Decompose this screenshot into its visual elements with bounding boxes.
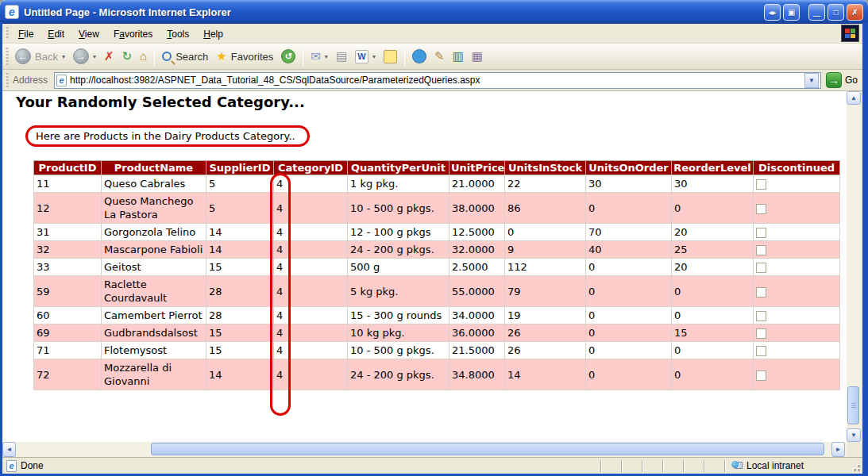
research-button[interactable]: ✎	[430, 48, 449, 65]
mail-button[interactable]: ✉▾	[307, 48, 332, 65]
table-cell: 112	[505, 259, 586, 276]
notes-icon	[384, 50, 397, 63]
table-cell: 12.5000	[449, 224, 505, 241]
discontinued-checkbox[interactable]	[756, 245, 766, 255]
page-icon: e	[56, 75, 67, 86]
address-input[interactable]: e http://localhost:3982/ASPNET_Data_Tuto…	[54, 72, 821, 89]
popout-icon: ▣	[788, 8, 795, 17]
table-row: 60Camembert Pierrot28415 - 300 g rounds3…	[34, 307, 840, 324]
table-cell: 19	[505, 307, 586, 324]
column-header-quantityperunit: QuantityPerUnit	[348, 161, 449, 175]
table-cell: 1 kg pkg.	[348, 175, 449, 193]
quick-links-button[interactable]: ▦	[468, 48, 487, 65]
table-cell: 38.0000	[449, 193, 505, 224]
table-cell-discontinued	[754, 276, 840, 307]
discontinued-checkbox[interactable]	[756, 328, 766, 339]
scroll-left-button[interactable]: ◄	[2, 442, 16, 457]
table-cell: 24 - 200 g pkgs.	[348, 241, 449, 259]
refresh-icon: ↻	[122, 50, 133, 63]
maximize-button[interactable]: □	[827, 4, 844, 21]
discontinued-checkbox[interactable]	[756, 228, 766, 238]
edit-word-dropdown-icon[interactable]: ▾	[372, 53, 376, 60]
horizontal-scroll-thumb[interactable]	[151, 443, 824, 455]
resize-grip[interactable]	[850, 459, 861, 472]
menu-file[interactable]: File	[11, 25, 41, 43]
back-dropdown-icon[interactable]: ▾	[62, 53, 65, 60]
favorites-icon: ★	[216, 50, 226, 63]
discontinued-checkbox[interactable]	[756, 370, 766, 381]
edit-word-icon: W	[355, 50, 368, 63]
intranet-zone-icon	[731, 461, 743, 470]
table-row: 59Raclette Courdavault2845 kg pkg.55.000…	[34, 276, 840, 307]
print-button[interactable]: ▤	[332, 48, 351, 65]
menu-view[interactable]: View	[71, 25, 106, 43]
discontinued-checkbox[interactable]	[756, 311, 766, 321]
scroll-down-button[interactable]: ▼	[847, 428, 861, 442]
discontinued-checkbox[interactable]	[756, 179, 766, 190]
home-icon: ⌂	[140, 50, 147, 63]
table-cell: 24 - 200 g pkgs.	[348, 359, 449, 390]
edit-word-button[interactable]: W▾	[351, 48, 380, 66]
vertical-scroll-thumb[interactable]: ☰	[847, 386, 859, 424]
addressbar-grip-handle[interactable]	[5, 73, 9, 87]
column-header-unitsinstock: UnitsInStock	[505, 161, 586, 175]
forward-button[interactable]: →▾	[69, 46, 100, 67]
scrollbar-corner	[847, 442, 861, 457]
table-cell: 10 - 500 g pkgs.	[348, 193, 449, 224]
favorites-button[interactable]: ★Favorites	[212, 48, 277, 65]
discontinued-checkbox[interactable]	[756, 263, 766, 273]
pan-button[interactable]: ◂▸	[764, 4, 781, 21]
table-cell: 0	[586, 259, 672, 276]
table-row: 32Mascarpone Fabioli14424 - 200 g pkgs.3…	[34, 241, 840, 259]
go-button[interactable]: → Go	[826, 72, 858, 88]
menubar-grip-handle[interactable]	[5, 27, 9, 40]
address-book-button[interactable]: ▥	[449, 48, 468, 65]
table-cell: 15	[206, 259, 274, 276]
table-cell: 500 g	[348, 259, 449, 276]
close-button[interactable]: ✗	[847, 4, 863, 21]
discontinued-checkbox[interactable]	[756, 346, 766, 356]
table-cell: 14	[206, 359, 274, 390]
discontinued-checkbox[interactable]	[756, 287, 766, 298]
back-label: Back	[35, 51, 58, 63]
menu-favorites[interactable]: Favorites	[106, 25, 160, 43]
title-bar[interactable]: e Untitled Page - Microsoft Internet Exp…	[0, 0, 868, 24]
stop-button[interactable]: ✗	[100, 48, 118, 65]
toolbar: ←Back▾→▾✗↻⌂Search★Favorites↺✉▾▤W▾✎▥▦	[2, 44, 862, 70]
minimize-button[interactable]: —	[808, 4, 825, 21]
horizontal-scrollbar[interactable]: ◄ ►	[2, 442, 847, 457]
notes-button[interactable]	[380, 48, 401, 66]
messenger-button[interactable]	[408, 47, 430, 66]
mail-dropdown-icon[interactable]: ▾	[325, 53, 328, 60]
toolbar-grip-handle[interactable]	[5, 48, 9, 65]
table-cell: 0	[672, 193, 754, 224]
toolbar-separator	[303, 47, 303, 66]
table-cell: 5 kg pkg.	[348, 276, 449, 307]
search-icon	[162, 52, 172, 61]
scroll-up-button[interactable]: ▲	[847, 91, 861, 105]
menu-help[interactable]: Help	[196, 25, 230, 43]
table-cell: Gorgonzola Telino	[102, 224, 206, 241]
table-cell: 0	[586, 342, 672, 359]
discontinued-checkbox[interactable]	[756, 204, 766, 214]
minimize-icon: —	[813, 11, 821, 20]
table-cell: 4	[274, 276, 348, 307]
menu-edit[interactable]: Edit	[41, 25, 71, 43]
vertical-scrollbar[interactable]: ▲ ☰ ▼	[847, 91, 861, 442]
popout-button[interactable]: ▣	[783, 4, 800, 21]
back-icon: ←	[15, 48, 31, 64]
menu-tools[interactable]: Tools	[160, 25, 196, 43]
forward-dropdown-icon[interactable]: ▾	[93, 53, 96, 60]
status-page-icon: e	[6, 460, 17, 472]
back-button[interactable]: ←Back▾	[11, 46, 69, 67]
scroll-right-button[interactable]: ►	[831, 442, 845, 457]
table-cell: 71	[34, 342, 102, 359]
history-button[interactable]: ↺	[277, 47, 299, 66]
refresh-button[interactable]: ↻	[118, 48, 137, 65]
search-button[interactable]: Search	[158, 48, 212, 65]
address-dropdown-button[interactable]: ▼	[804, 73, 819, 88]
home-button[interactable]: ⌂	[136, 48, 151, 65]
table-cell: 0	[672, 307, 754, 324]
table-cell: Gudbrandsdalsost	[102, 324, 206, 342]
go-arrow-icon: →	[826, 72, 842, 88]
